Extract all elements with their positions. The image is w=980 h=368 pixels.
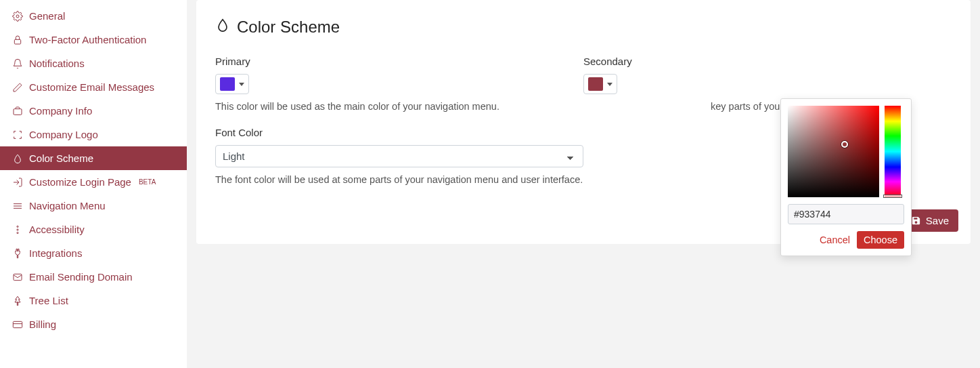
card-icon: [12, 319, 23, 330]
bell-icon: [12, 58, 23, 69]
sidebar-item-label: Email Sending Domain: [29, 271, 133, 283]
login-icon: [12, 177, 23, 188]
svg-rect-2: [14, 108, 22, 115]
sidebar-item-email-sending-domain[interactable]: Email Sending Domain: [0, 265, 187, 289]
svg-point-0: [16, 15, 19, 18]
sidebar: GeneralTwo-Factor AuthenticationNotifica…: [0, 0, 187, 368]
primary-help-text: This color will be used as the main colo…: [215, 101, 583, 112]
hue-handle: [883, 195, 902, 198]
menu-icon: [12, 201, 23, 211]
primary-swatch: [220, 77, 235, 91]
sidebar-item-label: Navigation Menu: [29, 200, 106, 211]
sidebar-item-label: Company Logo: [29, 129, 98, 140]
frame-icon: [12, 129, 23, 140]
lock-icon: [12, 35, 23, 45]
secondary-swatch: [588, 77, 603, 91]
sidebar-item-color-scheme[interactable]: Color Scheme: [0, 146, 187, 170]
hue-slider[interactable]: [885, 106, 901, 197]
tree-icon: [12, 295, 23, 306]
save-icon: [911, 216, 921, 226]
page-title-text: Color Scheme: [237, 18, 340, 37]
chevron-down-icon: [607, 83, 612, 86]
primary-color-section: Primary This color will be used as the m…: [215, 56, 583, 185]
secondary-label: Secondary: [583, 56, 952, 67]
primary-color-button[interactable]: [215, 74, 249, 94]
sidebar-item-navigation-menu[interactable]: Navigation Menu: [0, 194, 187, 218]
color-scheme-panel: Color Scheme Primary This color will be …: [196, 0, 971, 244]
sidebar-item-label: General: [29, 10, 65, 22]
sidebar-item-company-info[interactable]: Company Info: [0, 99, 187, 123]
sidebar-item-label: Two-Factor Authentication: [29, 34, 146, 45]
main-content: Color Scheme Primary This color will be …: [187, 0, 980, 368]
drop-icon: [215, 18, 230, 37]
sidebar-item-label: Integrations: [29, 247, 82, 259]
sidebar-item-label: Accessibility: [29, 224, 85, 235]
dots-vertical-icon: [12, 224, 23, 235]
pencil-icon: [12, 82, 23, 93]
sidebar-item-tree-list[interactable]: Tree List: [0, 289, 187, 312]
svg-rect-10: [13, 321, 22, 327]
sidebar-item-accessibility[interactable]: Accessibility: [0, 218, 187, 241]
sidebar-item-label: Customize Email Messages: [29, 81, 154, 93]
sv-cursor: [841, 141, 848, 148]
choose-button[interactable]: Choose: [857, 231, 904, 249]
chevron-down-icon: [239, 83, 244, 86]
cancel-button[interactable]: Cancel: [820, 234, 850, 245]
secondary-color-button[interactable]: [583, 74, 617, 94]
font-color-help-text: The font color will be used at some part…: [215, 174, 583, 185]
sidebar-item-integrations[interactable]: Integrations: [0, 241, 187, 265]
saturation-value-panel[interactable]: [788, 106, 879, 197]
save-button-label: Save: [926, 215, 949, 226]
plug-icon: [12, 248, 23, 259]
sidebar-item-customize-login-page[interactable]: Customize Login PageBETA: [0, 170, 187, 194]
mail-icon: [12, 272, 23, 283]
sidebar-item-two-factor-authentication[interactable]: Two-Factor Authentication: [0, 28, 187, 52]
font-color-select[interactable]: Light: [215, 145, 583, 167]
drop-icon: [12, 153, 23, 164]
svg-point-6: [17, 226, 18, 227]
sidebar-item-general[interactable]: General: [0, 4, 187, 28]
briefcase-icon: [12, 106, 23, 117]
svg-point-8: [17, 232, 18, 233]
beta-badge: BETA: [139, 178, 156, 186]
sidebar-item-label: Notifications: [29, 58, 85, 69]
font-color-section: Font Color Light The font color will be …: [215, 127, 583, 185]
font-color-label: Font Color: [215, 127, 583, 138]
sidebar-item-company-logo[interactable]: Company Logo: [0, 123, 187, 146]
sidebar-item-label: Tree List: [29, 295, 68, 306]
sidebar-item-label: Billing: [29, 319, 56, 330]
sidebar-item-billing[interactable]: Billing: [0, 312, 187, 336]
sidebar-item-label: Customize Login Page: [29, 176, 131, 188]
sidebar-item-label: Color Scheme: [29, 152, 93, 164]
svg-point-7: [17, 228, 18, 230]
hex-input[interactable]: [788, 204, 904, 224]
svg-rect-1: [14, 39, 20, 44]
gear-icon: [12, 11, 23, 22]
primary-label: Primary: [215, 56, 583, 67]
sidebar-item-customize-email-messages[interactable]: Customize Email Messages: [0, 75, 187, 99]
sidebar-item-label: Company Info: [29, 105, 92, 117]
svg-rect-9: [14, 274, 22, 280]
page-title: Color Scheme: [215, 18, 952, 37]
sidebar-item-notifications[interactable]: Notifications: [0, 52, 187, 75]
color-picker-popover: Cancel Choose: [780, 98, 912, 256]
